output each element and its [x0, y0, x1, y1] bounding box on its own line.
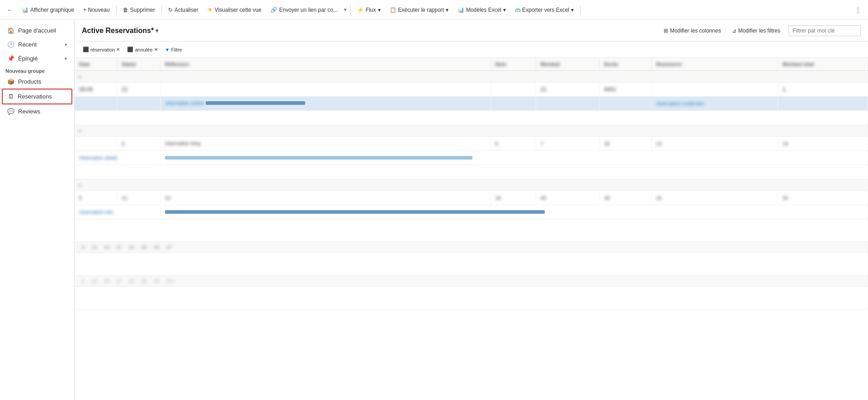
- col-duree[interactable]: Durée: [599, 58, 651, 71]
- keyword-filter-input[interactable]: [788, 25, 861, 36]
- table-row-selected[interactable]: réservation active réservation confirmée: [75, 97, 868, 111]
- empty-row-2: [75, 165, 868, 179]
- cell-duree-3: 20: [599, 191, 651, 205]
- cell-bar-label-2: réservation detail: [75, 151, 160, 165]
- divider-2: [161, 5, 162, 14]
- modeles-dropdown-icon: ▾: [503, 7, 506, 13]
- visualiser-button[interactable]: 👁 Visualiser cette vue: [204, 5, 265, 15]
- cell-ref-selected: réservation active: [160, 97, 491, 111]
- filter-tag2-close[interactable]: ✕: [154, 47, 158, 52]
- divider-4: [580, 5, 580, 14]
- cell-statut-2: 5: [117, 137, 160, 151]
- pin-icon: 📌: [7, 55, 14, 62]
- sidebar-item-products[interactable]: 📦 Products: [2, 75, 72, 89]
- flux-button[interactable]: ⚡ Flux ▾: [354, 5, 384, 15]
- col-montant[interactable]: Montant: [536, 58, 599, 71]
- sidebar-item-reservations[interactable]: 🗓 Reservations: [2, 89, 72, 104]
- exporter-dropdown-icon: ▾: [571, 7, 574, 13]
- cell-nom-3: 16: [491, 191, 536, 205]
- cell-duree-1: 8451: [599, 83, 651, 97]
- cell-nom-2: 6: [491, 137, 536, 151]
- modeles-excel-button[interactable]: 📊 Modèles Excel ▾: [454, 5, 509, 15]
- table-row-bar-3[interactable]: réservation info: [75, 205, 868, 219]
- cell-bar-3: [160, 205, 868, 219]
- cell-statut-3: 11: [117, 191, 160, 205]
- sidebar-item-reviews[interactable]: 💬 Reviews: [2, 104, 72, 118]
- flux-icon: ⚡: [357, 7, 364, 13]
- more-options-button[interactable]: ⋮: [852, 5, 864, 15]
- actualiser-button[interactable]: ↻ Actualiser: [165, 5, 202, 15]
- executer-button[interactable]: 📋 Exécuter le rapport ▾: [386, 5, 452, 15]
- back-button[interactable]: ←: [4, 5, 16, 15]
- table-row-bar-2[interactable]: réservation detail: [75, 151, 868, 165]
- cell-montant-1: 21: [536, 83, 599, 97]
- cell-date-selected: [75, 97, 117, 111]
- excel-template-icon: 📊: [458, 7, 464, 13]
- table-row[interactable]: 08-05 21 21 8451 1: [75, 83, 868, 97]
- epingle-chevron-icon: ▾: [65, 56, 67, 61]
- exporter-excel-button[interactable]: 🗃 Exporter vers Excel ▾: [511, 5, 577, 15]
- divider-3: [350, 5, 351, 14]
- section-header-5: 6 10 20 27 32 36 40 47+: [75, 276, 868, 287]
- filter-tag2-icon: ⬛: [127, 47, 133, 52]
- cell-montant-2: 7: [536, 137, 599, 151]
- home-icon: 🏠: [7, 27, 14, 34]
- cell-montant-3: 20: [536, 191, 599, 205]
- cell-total-1: 1: [778, 83, 868, 97]
- cell-montant-selected: [536, 97, 599, 111]
- cell-ref-1: [160, 83, 491, 97]
- columns-icon: ⊞: [664, 28, 668, 34]
- cell-bar-label-3: réservation info: [75, 205, 160, 219]
- envoyer-lien-button[interactable]: 🔗 Envoyer un lien par co...: [267, 5, 341, 15]
- supprimer-button[interactable]: 🗑 Supprimer: [119, 5, 159, 15]
- sidebar-item-page-accueil[interactable]: 🏠 Page d'accueil: [2, 24, 72, 38]
- modifier-filtres-button[interactable]: ⊿ Modifier les filtres: [729, 26, 783, 36]
- col-statut[interactable]: Statut: [117, 58, 160, 71]
- filter-annulee-btn[interactable]: ⬛ annulée ✕: [124, 45, 160, 54]
- empty-row-3: [75, 219, 868, 242]
- col-ressource[interactable]: Ressource: [651, 58, 778, 71]
- nouveau-button[interactable]: + Nouveau: [80, 5, 113, 15]
- filter-extra-btn[interactable]: ▼ Filtre: [162, 46, 185, 54]
- section-header-3: ▸: [75, 179, 868, 191]
- cell-ref-3: 12: [160, 191, 491, 205]
- run-icon: 📋: [390, 7, 396, 13]
- empty-row-1: [75, 111, 868, 125]
- view-title-dropdown[interactable]: ▾: [156, 28, 158, 34]
- filter-icon: ⊿: [732, 28, 736, 34]
- modifier-colonnes-button[interactable]: ⊞ Modifier les colonnes: [661, 26, 724, 36]
- filter-tag-close[interactable]: ✕: [116, 47, 120, 52]
- filter-reservation-btn[interactable]: ⬛ réservation ✕: [80, 45, 123, 54]
- main-layout: 🏠 Page d'accueil 🕐 Récent ▾ 📌 Épinglé ▾ …: [0, 20, 868, 400]
- refresh-icon: ↻: [168, 7, 173, 13]
- filter-icon-2: ▼: [165, 47, 170, 52]
- sub-toolbar: ⬛ réservation ✕ ⬛ annulée ✕ ▼ Filtre: [75, 42, 868, 58]
- flux-dropdown-icon: ▾: [378, 7, 381, 13]
- cell-date-3: 5: [75, 191, 117, 205]
- col-nom[interactable]: Nom: [491, 58, 536, 71]
- divider-1: [116, 5, 117, 14]
- view-header: Active Reservations* ▾ ⊞ Modifier les co…: [75, 20, 868, 42]
- envoyer-dropdown[interactable]: ▾: [343, 5, 348, 14]
- cell-bar-2: [160, 151, 868, 165]
- sidebar-item-recent[interactable]: 🕐 Récent ▾: [2, 38, 72, 52]
- afficher-graphique-button[interactable]: 📊 Afficher graphique: [18, 5, 78, 15]
- recent-icon: 🕐: [7, 41, 14, 48]
- executer-dropdown-icon: ▾: [446, 7, 448, 13]
- col-reference[interactable]: Référence: [160, 58, 491, 71]
- col-date[interactable]: Date: [75, 58, 117, 71]
- view-header-controls: ⊞ Modifier les colonnes ⊿ Modifier les f…: [661, 25, 861, 36]
- section-header-1: ▸: [75, 71, 868, 83]
- table-row-2[interactable]: 5 réservation long 6 7 10 12 14: [75, 137, 868, 151]
- table-row-3[interactable]: 5 11 12 16 20 20 22 31: [75, 191, 868, 205]
- table-header-row: Date Statut Référence Nom Montant Durée …: [75, 58, 868, 71]
- more-icon: ⋮: [855, 7, 861, 13]
- col-total[interactable]: Montant total: [778, 58, 868, 71]
- cell-date-1: 08-05: [75, 83, 117, 97]
- cell-ref-2: réservation long: [160, 137, 491, 151]
- nouveau-groupe-label: Nouveau groupe: [0, 66, 74, 75]
- link-icon: 🔗: [270, 7, 277, 13]
- filter-tag-icon: ⬛: [83, 47, 89, 52]
- sidebar-item-epingle[interactable]: 📌 Épinglé ▾: [2, 52, 72, 66]
- cell-statut-1: 21: [117, 83, 160, 97]
